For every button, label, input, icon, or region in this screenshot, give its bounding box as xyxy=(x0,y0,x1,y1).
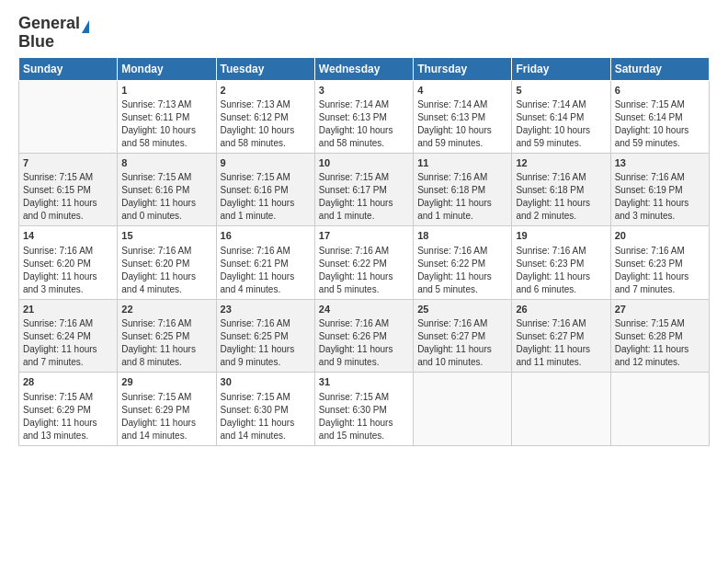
cell-info: Sunset: 6:23 PM xyxy=(516,258,606,270)
cell-info: and 2 minutes. xyxy=(516,210,606,223)
calendar-table: SundayMondayTuesdayWednesdayThursdayFrid… xyxy=(18,57,710,446)
calendar-cell: 28Sunrise: 7:15 AMSunset: 6:29 PMDayligh… xyxy=(19,373,118,445)
cell-info: Sunrise: 7:13 AM xyxy=(221,98,311,111)
day-number: 10 xyxy=(319,156,409,170)
cell-info: Sunrise: 7:16 AM xyxy=(516,317,606,330)
cell-info: Sunrise: 7:16 AM xyxy=(319,317,409,330)
cell-info: Daylight: 11 hours xyxy=(319,417,409,430)
cell-info: and 3 minutes. xyxy=(615,210,705,223)
cell-info: and 58 minutes. xyxy=(221,137,311,150)
calendar-cell: 26Sunrise: 7:16 AMSunset: 6:27 PMDayligh… xyxy=(512,299,610,372)
cell-info: and 5 minutes. xyxy=(319,283,409,296)
cell-info: and 59 minutes. xyxy=(417,137,507,150)
day-header-monday: Monday xyxy=(118,57,216,80)
cell-info: Sunset: 6:16 PM xyxy=(221,184,311,197)
cell-info: Daylight: 11 hours xyxy=(615,270,705,283)
calendar-cell: 21Sunrise: 7:16 AMSunset: 6:24 PMDayligh… xyxy=(19,299,118,372)
cell-info: Sunset: 6:24 PM xyxy=(23,330,113,343)
cell-info: Sunset: 6:12 PM xyxy=(221,111,311,124)
cell-info: Sunrise: 7:16 AM xyxy=(221,317,311,330)
cell-info: and 5 minutes. xyxy=(417,283,507,296)
day-number: 13 xyxy=(615,156,705,170)
day-number: 22 xyxy=(121,303,211,316)
calendar-body: 1Sunrise: 7:13 AMSunset: 6:11 PMDaylight… xyxy=(19,80,710,445)
day-number: 25 xyxy=(417,303,507,316)
cell-info: Daylight: 11 hours xyxy=(221,343,311,356)
calendar-cell: 6Sunrise: 7:15 AMSunset: 6:14 PMDaylight… xyxy=(610,80,709,153)
day-number: 16 xyxy=(221,229,311,243)
cell-info: and 1 minute. xyxy=(319,210,409,223)
cell-info: Daylight: 11 hours xyxy=(121,417,211,430)
week-row-2: 7Sunrise: 7:15 AMSunset: 6:15 PMDaylight… xyxy=(19,153,710,225)
calendar-cell: 14Sunrise: 7:16 AMSunset: 6:20 PMDayligh… xyxy=(19,226,118,299)
calendar-cell: 31Sunrise: 7:15 AMSunset: 6:30 PMDayligh… xyxy=(314,373,413,445)
cell-info: Sunrise: 7:16 AM xyxy=(516,245,606,258)
day-header-thursday: Thursday xyxy=(414,57,512,80)
week-row-5: 28Sunrise: 7:15 AMSunset: 6:29 PMDayligh… xyxy=(19,373,710,445)
cell-info: Daylight: 10 hours xyxy=(319,124,409,137)
cell-info: Sunrise: 7:16 AM xyxy=(121,245,211,258)
cell-info: and 8 minutes. xyxy=(121,356,211,369)
cell-info: Sunset: 6:21 PM xyxy=(221,258,311,270)
day-number: 11 xyxy=(417,156,507,170)
logo-general: General xyxy=(18,15,80,33)
cell-info: Daylight: 10 hours xyxy=(516,124,606,137)
cell-info: Daylight: 11 hours xyxy=(615,197,705,210)
cell-info: Sunrise: 7:16 AM xyxy=(417,171,507,184)
cell-info: Sunrise: 7:14 AM xyxy=(319,98,409,111)
cell-info: Sunset: 6:27 PM xyxy=(516,330,606,343)
day-header-tuesday: Tuesday xyxy=(216,57,314,80)
cell-info: Sunrise: 7:16 AM xyxy=(319,245,409,258)
cell-info: Sunset: 6:25 PM xyxy=(121,330,211,343)
cell-info: Daylight: 11 hours xyxy=(121,270,211,283)
cell-info: Daylight: 11 hours xyxy=(417,270,507,283)
cell-info: Daylight: 11 hours xyxy=(221,417,311,430)
cell-info: Sunset: 6:14 PM xyxy=(516,111,606,124)
cell-info: and 6 minutes. xyxy=(516,283,606,296)
cell-info: Daylight: 11 hours xyxy=(23,417,113,430)
cell-info: Daylight: 11 hours xyxy=(319,197,409,210)
day-number: 15 xyxy=(121,229,211,243)
cell-info: and 4 minutes. xyxy=(121,283,211,296)
day-header-wednesday: Wednesday xyxy=(314,57,413,80)
calendar-cell xyxy=(610,373,709,445)
cell-info: Sunset: 6:11 PM xyxy=(121,111,211,124)
cell-info: Sunset: 6:20 PM xyxy=(23,258,113,270)
cell-info: and 7 minutes. xyxy=(23,356,113,369)
logo: General Blue xyxy=(18,15,89,52)
cell-info: Daylight: 11 hours xyxy=(319,270,409,283)
cell-info: Daylight: 11 hours xyxy=(615,343,705,356)
cell-info: Sunset: 6:29 PM xyxy=(23,404,113,417)
day-number: 6 xyxy=(615,84,705,98)
calendar-cell xyxy=(19,80,118,153)
day-number: 8 xyxy=(121,156,211,170)
cell-info: Sunrise: 7:16 AM xyxy=(221,245,311,258)
cell-info: Sunset: 6:15 PM xyxy=(23,184,113,197)
cell-info: Sunrise: 7:15 AM xyxy=(23,171,113,184)
cell-info: Sunrise: 7:13 AM xyxy=(121,98,211,111)
cell-info: Sunset: 6:18 PM xyxy=(516,184,606,197)
day-header-sunday: Sunday xyxy=(19,57,118,80)
calendar-cell: 1Sunrise: 7:13 AMSunset: 6:11 PMDaylight… xyxy=(118,80,216,153)
calendar-cell: 24Sunrise: 7:16 AMSunset: 6:26 PMDayligh… xyxy=(314,299,413,372)
cell-info: Sunrise: 7:14 AM xyxy=(516,98,606,111)
cell-info: and 0 minutes. xyxy=(23,210,113,223)
cell-info: Sunrise: 7:15 AM xyxy=(221,171,311,184)
header: General Blue xyxy=(18,15,710,52)
calendar-cell xyxy=(414,373,512,445)
calendar-cell: 4Sunrise: 7:14 AMSunset: 6:13 PMDaylight… xyxy=(414,80,512,153)
cell-info: and 9 minutes. xyxy=(221,356,311,369)
day-number: 27 xyxy=(615,303,705,316)
calendar-cell: 23Sunrise: 7:16 AMSunset: 6:25 PMDayligh… xyxy=(216,299,314,372)
day-header-row: SundayMondayTuesdayWednesdayThursdayFrid… xyxy=(19,57,710,80)
calendar-cell: 20Sunrise: 7:16 AMSunset: 6:23 PMDayligh… xyxy=(610,226,709,299)
day-number: 23 xyxy=(221,303,311,316)
calendar-cell: 22Sunrise: 7:16 AMSunset: 6:25 PMDayligh… xyxy=(118,299,216,372)
cell-info: Sunrise: 7:16 AM xyxy=(23,245,113,258)
calendar-cell: 10Sunrise: 7:15 AMSunset: 6:17 PMDayligh… xyxy=(314,153,413,225)
cell-info: Sunset: 6:13 PM xyxy=(417,111,507,124)
cell-info: Sunset: 6:20 PM xyxy=(121,258,211,270)
day-number: 30 xyxy=(221,375,311,389)
cell-info: Sunrise: 7:16 AM xyxy=(516,171,606,184)
day-number: 24 xyxy=(319,303,409,316)
